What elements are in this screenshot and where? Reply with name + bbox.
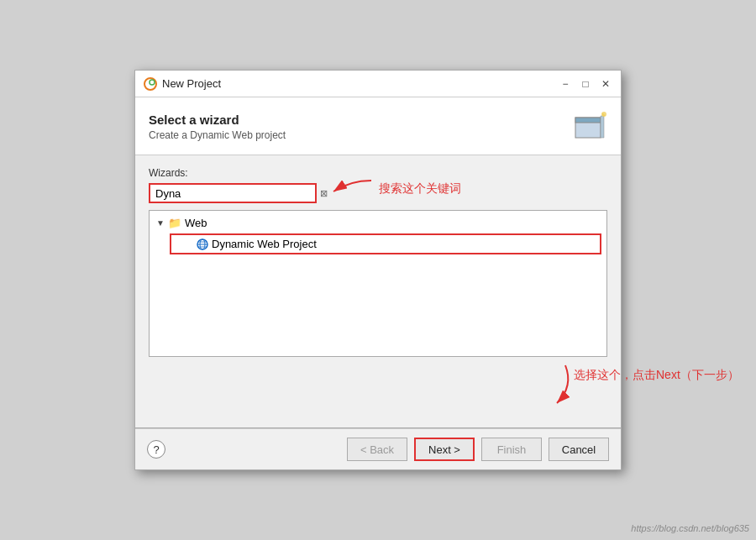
help-button[interactable]: ? [147,440,165,459]
title-bar-controls: − □ ✕ [559,77,612,91]
folder-icon: 📁 [168,217,181,229]
back-button[interactable]: < Back [347,438,407,461]
tree-item-label: Dynamic Web Project [212,238,317,250]
web-project-icon [197,239,208,250]
search-row: ⊠ [149,183,607,203]
header-subtitle: Create a Dynamic Web project [149,129,286,141]
footer: ? < Back Next > Finish Cancel [135,428,621,469]
title-bar-left: New Project [144,77,221,91]
eclipse-icon [144,77,157,91]
svg-rect-3 [575,118,601,123]
tree-item-dynamic-web-project[interactable]: Dynamic Web Project [170,233,601,254]
svg-point-1 [150,80,155,85]
chevron-icon: ▼ [156,218,165,228]
svg-point-6 [601,112,606,117]
title-bar: New Project − □ ✕ [135,71,621,97]
watermark: https://blog.csdn.net/blog635 [631,523,749,533]
main-content: Wizards: ⊠ 搜索这个关键词 [135,155,621,427]
tree-folder-web[interactable]: ▼ 📁 Web [150,214,606,232]
select-annotation: 选择这个，点击Next（下一步） [574,368,739,383]
header-section: Select a wizard Create a Dynamic Web pro… [135,97,621,155]
dialog-title: New Project [162,77,221,90]
footer-buttons: < Back Next > Finish Cancel [347,438,609,461]
footer-left: ? [147,440,165,459]
header-title: Select a wizard [149,113,286,127]
close-button[interactable]: ✕ [599,77,612,91]
cancel-button[interactable]: Cancel [549,438,609,461]
svg-marker-4 [601,116,604,138]
tree-container: ▼ 📁 Web Dynamic Web Project [149,210,607,357]
wizards-label: Wizards: [149,167,607,179]
wizard-icon [572,109,607,144]
search-clear-btn[interactable]: ⊠ [320,188,328,199]
select-arrow-icon [532,361,599,407]
minimize-button[interactable]: − [559,77,572,91]
header-left: Select a wizard Create a Dynamic Web pro… [149,113,286,141]
next-button[interactable]: Next > [414,438,475,461]
maximize-button[interactable]: □ [579,77,592,91]
folder-label: Web [185,217,207,229]
search-input[interactable] [149,183,317,203]
finish-button[interactable]: Finish [481,438,542,461]
new-project-dialog: New Project − □ ✕ Select a wizard Create… [134,70,622,470]
